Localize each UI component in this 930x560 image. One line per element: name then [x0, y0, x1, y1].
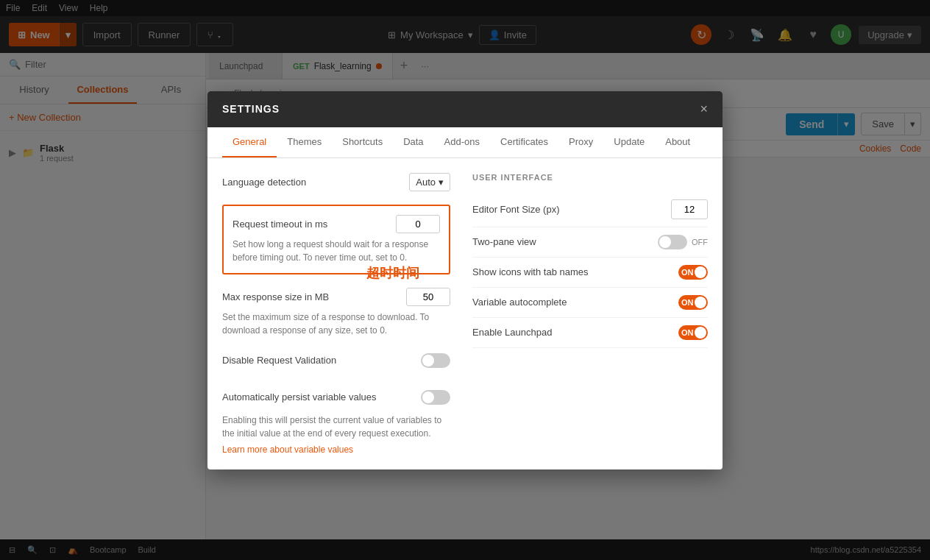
- chevron-down-lang-icon: ▾: [439, 177, 444, 188]
- editor-font-label: Editor Font Size (px): [472, 204, 560, 215]
- timeout-input[interactable]: [396, 215, 440, 233]
- auto-persist-desc: Enabling this will persist the current v…: [222, 414, 450, 440]
- max-response-section: Max response size in MB Set the maximum …: [222, 288, 450, 337]
- enable-launchpad-value: ON: [681, 328, 696, 337]
- disable-validation-label: Disable Request Validation: [222, 355, 336, 366]
- modal-close-button[interactable]: ×: [700, 102, 708, 117]
- settings-left: Language detection Auto ▾ Request timeou…: [222, 173, 450, 455]
- timeout-box: Request timeout in ms Set how long a req…: [222, 205, 450, 274]
- modal-tab-proxy[interactable]: Proxy: [558, 127, 603, 157]
- enable-launchpad-control: ON: [678, 325, 708, 340]
- show-icons-label: Show icons with tab names: [472, 266, 589, 277]
- enable-launchpad-label: Enable Launchpad: [472, 327, 552, 338]
- show-icons-control: ON: [678, 265, 708, 280]
- max-response-label: Max response size in MB: [222, 291, 329, 302]
- auto-persist-section: Automatically persist variable values OF…: [222, 384, 450, 455]
- editor-font-row: Editor Font Size (px): [472, 192, 708, 227]
- auto-persist-toggle[interactable]: OFF: [421, 390, 450, 405]
- max-response-row: Max response size in MB: [222, 288, 450, 306]
- show-icons-row: Show icons with tab names ON: [472, 258, 708, 288]
- editor-font-input[interactable]: [671, 199, 708, 219]
- editor-font-control: [671, 199, 708, 219]
- modal-tab-addons[interactable]: Add-ons: [434, 127, 490, 157]
- two-pane-thumb: [659, 236, 671, 248]
- show-icons-thumb: [695, 266, 706, 278]
- two-pane-row: Two-pane view OFF: [472, 227, 708, 258]
- variable-autocomplete-toggle[interactable]: ON: [678, 295, 708, 310]
- toggle-thumb-persist: [422, 391, 434, 403]
- modal-overlay[interactable]: SETTINGS × General Themes Shortcuts Data…: [0, 0, 930, 560]
- enable-launchpad-toggle[interactable]: ON: [678, 325, 708, 340]
- language-detection-label: Language detection: [222, 177, 306, 188]
- language-detection-row: Language detection Auto ▾: [222, 173, 450, 191]
- language-detection-select[interactable]: Auto ▾: [409, 173, 450, 191]
- variable-autocomplete-row: Variable autocomplete ON: [472, 288, 708, 318]
- show-icons-value: ON: [681, 268, 696, 277]
- max-response-desc: Set the maximum size of a response to do…: [222, 311, 450, 337]
- enable-launchpad-thumb: [695, 327, 706, 339]
- modal-title: SETTINGS: [222, 103, 280, 115]
- modal-tabs: General Themes Shortcuts Data Add-ons Ce…: [207, 127, 723, 158]
- settings-right: USER INTERFACE Editor Font Size (px) Two…: [472, 173, 708, 455]
- variable-autocomplete-label: Variable autocomplete: [472, 297, 567, 308]
- modal-tab-update[interactable]: Update: [603, 127, 655, 157]
- settings-modal: SETTINGS × General Themes Shortcuts Data…: [207, 91, 723, 469]
- modal-tab-shortcuts[interactable]: Shortcuts: [332, 127, 393, 157]
- variable-autocomplete-control: ON: [678, 295, 708, 310]
- modal-body: Language detection Auto ▾ Request timeou…: [207, 158, 723, 469]
- show-icons-toggle[interactable]: ON: [678, 265, 708, 280]
- variable-autocomplete-value: ON: [681, 298, 696, 307]
- toggle-thumb: [422, 355, 434, 366]
- modal-tab-general[interactable]: General: [222, 127, 277, 157]
- max-response-input[interactable]: [406, 288, 450, 306]
- modal-tab-certificates[interactable]: Certificates: [490, 127, 558, 157]
- disable-validation-toggle[interactable]: OFF: [421, 353, 450, 368]
- two-pane-label: Two-pane view: [472, 236, 536, 247]
- ui-section-title: USER INTERFACE: [472, 173, 708, 182]
- two-pane-toggle[interactable]: [658, 235, 687, 249]
- timeout-row: Request timeout in ms: [232, 215, 440, 233]
- two-pane-control: OFF: [658, 235, 708, 249]
- enable-launchpad-row: Enable Launchpad ON: [472, 318, 708, 348]
- two-pane-value: OFF: [692, 238, 708, 247]
- disable-validation-row: Disable Request Validation OFF: [222, 347, 450, 374]
- timeout-label: Request timeout in ms: [232, 219, 327, 230]
- language-detection-value: Auto: [416, 177, 436, 188]
- auto-persist-label: Automatically persist variable values: [222, 391, 377, 403]
- modal-tab-about[interactable]: About: [655, 127, 700, 157]
- modal-tab-data[interactable]: Data: [393, 127, 433, 157]
- variable-autocomplete-thumb: [695, 297, 706, 308]
- timeout-description: Set how long a request should wait for a…: [232, 238, 440, 264]
- modal-header: SETTINGS ×: [207, 91, 723, 127]
- timeout-annotation: 超时时间: [366, 264, 419, 282]
- auto-persist-row: Automatically persist variable values OF…: [222, 384, 450, 411]
- learn-more-link[interactable]: Learn more about variable values: [222, 444, 353, 455]
- modal-tab-themes[interactable]: Themes: [277, 127, 332, 157]
